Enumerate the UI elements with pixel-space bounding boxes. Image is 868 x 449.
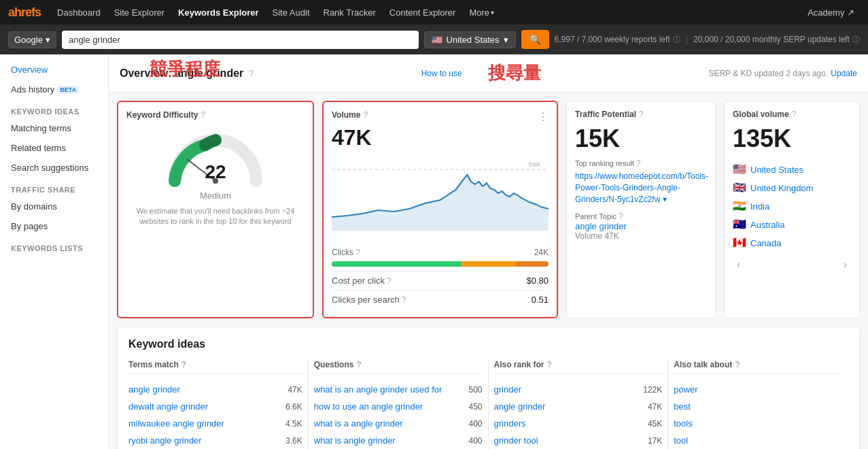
- country-prev-arrow[interactable]: ‹: [733, 257, 744, 272]
- clicks-bar-green: [332, 261, 462, 267]
- sidebar-item-search-suggestions[interactable]: Search suggestions: [0, 158, 108, 178]
- update-link[interactable]: Update: [831, 69, 857, 78]
- parent-topic-label: Parent Topic ?: [575, 212, 707, 221]
- nav-dashboard[interactable]: Dashboard: [52, 5, 106, 20]
- cps-label: Clicks per search ?: [332, 295, 406, 305]
- kd-help-icon[interactable]: ?: [201, 110, 205, 120]
- also-talk-header: Also talk about ?: [674, 360, 843, 374]
- cps-row: Clicks per search ? 0.51: [332, 290, 549, 309]
- nav-content-explorer[interactable]: Content Explorer: [384, 5, 462, 20]
- sidebar-item-related-terms[interactable]: Related terms: [0, 138, 108, 158]
- chart-options-icon[interactable]: ⋮: [538, 110, 549, 123]
- traffic-help-icon[interactable]: ?: [639, 110, 644, 119]
- list-item: power: [674, 381, 843, 398]
- list-item: what is angle grinder400: [314, 432, 483, 449]
- kw-link[interactable]: grinder: [494, 384, 521, 395]
- list-item: angle grinder47K: [494, 398, 663, 415]
- content-area: 競爭程度 Overview: angle grinder ? How to us…: [109, 54, 868, 449]
- country-australia[interactable]: Australia: [750, 220, 785, 230]
- kw-link[interactable]: what is an angle grinder used for: [314, 384, 442, 395]
- cps-help-icon[interactable]: ?: [402, 295, 406, 305]
- top-ranking-help-icon[interactable]: ?: [636, 159, 641, 168]
- kw-link[interactable]: what is angle grinder: [314, 435, 396, 446]
- kw-link[interactable]: best: [674, 401, 691, 412]
- list-item: grinder tool17K: [494, 432, 663, 449]
- kw-count: 47K: [288, 385, 302, 395]
- svg-text:59K: 59K: [528, 161, 541, 168]
- global-help-icon[interactable]: ?: [792, 110, 797, 119]
- sidebar-item-by-domains[interactable]: By domains: [0, 197, 108, 216]
- country-uk[interactable]: United Kingdom: [750, 183, 814, 193]
- brand-logo: ahrefs: [8, 5, 41, 20]
- country-us[interactable]: United States: [750, 165, 803, 175]
- nav-more[interactable]: More ▾: [464, 5, 500, 20]
- clicks-row: Clicks ? 24K: [332, 248, 549, 257]
- search-input[interactable]: [62, 31, 419, 49]
- also-talk-help-icon[interactable]: ?: [735, 360, 740, 369]
- kw-link[interactable]: power: [674, 384, 697, 395]
- flag-canada: 🇨🇦: [733, 237, 746, 248]
- weekly-reports: 6,997 / 7,000 weekly reports left ⓘ: [555, 35, 680, 45]
- monthly-info-icon[interactable]: ⓘ: [852, 35, 860, 45]
- keyword-ideas-section: Keyword ideas Terms match ? angle grinde…: [117, 327, 860, 449]
- kw-link[interactable]: tools: [674, 418, 692, 429]
- kw-count: 17K: [648, 436, 662, 446]
- monthly-updates: 20,000 / 20,000 monthly SERP updates lef…: [693, 35, 860, 45]
- questions-header: Questions ?: [314, 360, 483, 374]
- sidebar-item-overview[interactable]: Overview: [0, 60, 108, 80]
- kw-link[interactable]: tool: [674, 435, 688, 446]
- nav-academy[interactable]: Academy ↗: [802, 5, 860, 20]
- country-next-arrow[interactable]: ›: [839, 257, 851, 272]
- metrics-row: Keyword Difficulty ?: [109, 93, 868, 327]
- nav-rank-tracker[interactable]: Rank Tracker: [318, 5, 381, 20]
- search-button[interactable]: 🔍: [521, 30, 549, 49]
- list-item: milwaukee angle grinder4.5K: [128, 415, 302, 432]
- kd-estimate: We estimate that you'll need backlinks f…: [126, 206, 305, 227]
- traffic-card-title: Traffic Potential ?: [575, 110, 707, 119]
- how-to-link[interactable]: How to use: [421, 69, 462, 78]
- parent-topic-help-icon[interactable]: ?: [619, 212, 623, 221]
- sidebar-item-ads-history[interactable]: Ads history BETA: [0, 80, 108, 99]
- parent-topic-value[interactable]: angle grinder: [575, 221, 707, 231]
- country-row-canada: 🇨🇦Canada: [733, 233, 851, 252]
- volume-help-icon[interactable]: ?: [363, 110, 368, 120]
- list-item: dewalt angle grinder6.6K: [128, 398, 302, 415]
- kw-link[interactable]: angle grinder: [128, 384, 180, 395]
- nav-site-audit[interactable]: Site Audit: [267, 5, 315, 20]
- overlay-text-competition: 競爭程度: [150, 57, 220, 81]
- country-india[interactable]: India: [750, 201, 769, 212]
- kw-link[interactable]: what is a angle grinder: [314, 418, 403, 429]
- nav-keywords-explorer[interactable]: Keywords Explorer: [173, 5, 264, 20]
- country-select[interactable]: 🇺🇸 United States ▾: [424, 31, 516, 48]
- kw-link[interactable]: grinders: [494, 418, 526, 429]
- kw-link[interactable]: how to use an angle grinder: [314, 401, 423, 412]
- clicks-help-icon[interactable]: ?: [355, 248, 360, 257]
- kw-link[interactable]: dewalt angle grinder: [128, 401, 208, 412]
- terms-match-help-icon[interactable]: ?: [181, 360, 186, 369]
- kw-link[interactable]: milwaukee angle grinder: [128, 418, 224, 429]
- list-item: how to use an angle grinder450: [314, 398, 483, 415]
- kw-link[interactable]: grinder tool: [494, 435, 538, 446]
- also-rank-help-icon[interactable]: ?: [547, 360, 552, 369]
- sidebar-item-by-pages[interactable]: By pages: [0, 216, 108, 236]
- country-row-us: 🇺🇸United States: [733, 160, 851, 178]
- kw-link[interactable]: angle grinder: [494, 401, 546, 412]
- country-canada[interactable]: Canada: [750, 238, 782, 248]
- volume-header: Volume ? 47K ⋮: [332, 110, 549, 150]
- flag-australia: 🇦🇺: [733, 218, 746, 230]
- engine-select[interactable]: Google ▾: [8, 31, 56, 48]
- country-chevron-icon: ▾: [504, 35, 508, 45]
- cpc-help-icon[interactable]: ?: [387, 276, 392, 286]
- kw-count: 4.5K: [285, 419, 302, 429]
- nav-site-explorer[interactable]: Site Explorer: [109, 5, 170, 20]
- weekly-info-icon[interactable]: ⓘ: [673, 35, 680, 45]
- sidebar: Overview Ads history BETA Keyword ideas …: [0, 54, 109, 449]
- list-item: what is a angle grinder400: [314, 415, 483, 432]
- sidebar-item-matching-terms[interactable]: Matching terms: [0, 118, 108, 138]
- kw-link[interactable]: ryobi angle grinder: [128, 435, 202, 446]
- top-ranking-url[interactable]: https://www.homedepot.com/b/Tools-Power-…: [575, 171, 707, 205]
- page-help-icon[interactable]: ?: [249, 69, 254, 78]
- list-item: ryobi angle grinder3.6K: [128, 432, 302, 449]
- cpc-row: Cost per click ? $0.80: [332, 271, 549, 290]
- questions-help-icon[interactable]: ?: [356, 360, 361, 369]
